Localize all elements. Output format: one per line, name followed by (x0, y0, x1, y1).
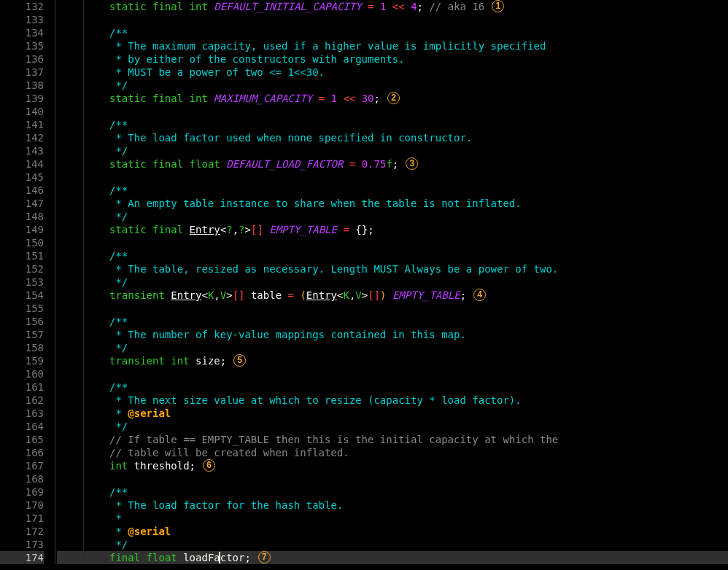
code-line[interactable] (57, 13, 728, 26)
token-sp (128, 459, 133, 472)
line-number: 138 (0, 79, 44, 92)
token-ang: > (226, 289, 232, 302)
code-line[interactable]: * (57, 512, 728, 525)
token-sp (183, 157, 189, 171)
token-sp (263, 223, 269, 236)
token-gparam: V (355, 289, 361, 302)
code-line[interactable]: static final Entry<?,?>[] EMPTY_TABLE = … (57, 223, 728, 236)
line-number: 153 (0, 276, 44, 289)
token-jdoc: */ (109, 276, 128, 289)
code-line[interactable]: * The number of key-value mappings conta… (57, 328, 728, 341)
code-line[interactable]: * The table, resized as necessary. Lengt… (57, 262, 728, 276)
line-number: 145 (0, 171, 44, 184)
code-line[interactable]: */ (57, 341, 728, 354)
code-line[interactable] (57, 171, 728, 184)
line-number: 169 (0, 485, 44, 499)
code-line[interactable] (57, 236, 728, 249)
code-line[interactable]: /** (57, 184, 728, 197)
token-ang: < (337, 289, 343, 302)
code-line[interactable]: /** (57, 380, 728, 394)
code-line[interactable]: transient Entry<K,V>[] table = (Entry<K,… (57, 289, 728, 302)
token-gparam: ? (239, 223, 244, 236)
code-line[interactable] (57, 472, 728, 485)
code-line[interactable]: * by either of the constructors with arg… (57, 52, 728, 66)
code-line[interactable]: * An empty table instance to share when … (57, 197, 728, 210)
token-jdoc: /** (109, 315, 128, 328)
line-number: 157 (0, 328, 44, 341)
token-kw: static (109, 157, 147, 171)
token-sp (208, 0, 214, 13)
code-line[interactable]: /** (57, 315, 728, 328)
code-line[interactable]: /** (57, 118, 728, 131)
token-punct: ; (417, 0, 423, 13)
token-jdoc: /** (109, 249, 128, 262)
code-line[interactable]: */ (57, 144, 728, 157)
token-jdoc: * The table, resized as necessary. Lengt… (109, 262, 558, 276)
token-paren: ) (380, 289, 386, 302)
line-number: 142 (0, 131, 44, 144)
code-line[interactable] (57, 367, 728, 380)
code-line[interactable]: */ (57, 420, 728, 433)
line-number: 161 (0, 380, 44, 394)
token-comment: // table will be created when inflated. (109, 446, 349, 459)
token-num: 0.75 (362, 157, 387, 171)
code-line[interactable]: final float loadFactor;7 (57, 551, 728, 564)
line-number: 174 (0, 551, 44, 564)
code-line[interactable]: */ (57, 538, 728, 551)
token-sp (147, 223, 152, 236)
token-jdoc: */ (109, 341, 128, 354)
code-line[interactable]: */ (57, 79, 728, 92)
code-line[interactable]: static final int MAXIMUM_CAPACITY = 1 <<… (57, 92, 728, 105)
token-jdoc: /** (109, 26, 128, 39)
token-punct: ; (374, 92, 380, 105)
code-editor[interactable]: 1321331341351361371381391401411421431441… (0, 0, 728, 564)
token-eq: = (343, 223, 349, 236)
code-line[interactable]: // table will be created when inflated. (57, 446, 728, 459)
code-line[interactable]: transient int size;5 (57, 354, 728, 367)
code-line[interactable]: int threshold;6 (57, 459, 728, 472)
code-line[interactable]: * The maximum capacity, used if a higher… (57, 39, 728, 52)
token-jdoc: * MUST be a power of two <= 1<<30. (109, 66, 325, 79)
code-line[interactable] (57, 105, 728, 118)
token-sp (147, 0, 152, 13)
code-line[interactable] (57, 302, 728, 315)
code-line[interactable]: static final int DEFAULT_INITIAL_CAPACIT… (57, 0, 728, 13)
token-sp (190, 354, 195, 367)
token-jdoc: */ (109, 420, 128, 433)
code-line[interactable]: */ (57, 276, 728, 289)
token-brackets: [] (251, 223, 263, 236)
line-number: 152 (0, 262, 44, 276)
code-line[interactable]: /** (57, 249, 728, 262)
token-tag: @serial (128, 525, 171, 538)
code-area[interactable]: static final int DEFAULT_INITIAL_CAPACIT… (55, 0, 728, 564)
line-number: 167 (0, 459, 44, 472)
code-line[interactable]: // If table == EMPTY_TABLE then this is … (57, 433, 728, 446)
token-punct: ; (220, 354, 226, 367)
token-gparam: V (220, 289, 226, 302)
code-line[interactable]: * The load factor for the hash table. (57, 499, 728, 512)
line-number: 170 (0, 499, 44, 512)
token-sp (208, 92, 214, 105)
token-jdoc: * (109, 512, 122, 525)
token-id-italic: EMPTY_TABLE (392, 289, 460, 302)
line-number: 150 (0, 236, 44, 249)
line-number: 146 (0, 184, 44, 197)
line-number: 165 (0, 433, 44, 446)
line-number: 148 (0, 210, 44, 223)
code-line[interactable]: * @serial (57, 525, 728, 538)
code-line[interactable]: */ (57, 210, 728, 223)
token-sp (245, 289, 251, 302)
token-kw: int (190, 0, 208, 13)
code-line[interactable]: * @serial (57, 407, 728, 420)
annotation-badge: 2 (387, 92, 400, 104)
code-line[interactable]: static final float DEFAULT_LOAD_FACTOR =… (57, 157, 728, 171)
token-comment: // aka 16 (429, 0, 484, 13)
token-suffix: f (386, 157, 392, 171)
token-paren: ( (300, 289, 306, 302)
code-line[interactable]: * MUST be a power of two <= 1<<30. (57, 66, 728, 79)
code-line[interactable]: /** (57, 26, 728, 39)
code-line[interactable]: * The load factor used when none specifi… (57, 131, 728, 144)
line-number-gutter: 1321331341351361371381391401411421431441… (0, 0, 48, 564)
code-line[interactable]: * The next size value at which to resize… (57, 394, 728, 407)
code-line[interactable]: /** (57, 485, 728, 499)
